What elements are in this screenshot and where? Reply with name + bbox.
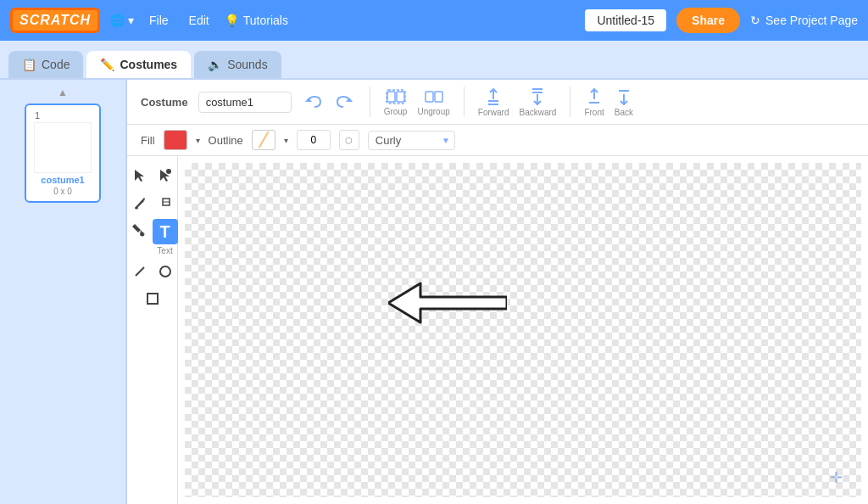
tools-canvas-row: T Text [127,156,868,504]
outline-size-stepper[interactable]: ⬡ [339,130,359,150]
eraser-icon [159,196,172,210]
scroll-up-icon[interactable]: ▲ [58,87,68,98]
share-button[interactable]: Share [676,8,740,33]
tab-code[interactable]: 📋 Code [8,51,83,78]
main-layout: ▲ 1 costume1 0 x 0 Costume [0,80,868,504]
scratch-logo[interactable]: SCRATCH [10,8,100,33]
tools-panel: T Text [127,156,178,504]
svg-point-20 [160,266,170,277]
svg-marker-13 [135,170,144,182]
group-label: Group [384,107,408,116]
top-nav: SCRATCH 🌐 ▾ File Edit 💡 Tutorials Untitl… [0,0,868,41]
back-button[interactable]: Back [615,87,633,117]
backward-icon [529,87,546,106]
rect-icon [146,292,159,305]
project-name[interactable]: Untitled-15 [585,9,666,31]
file-menu[interactable]: File [144,14,174,27]
text-tool[interactable]: T [153,219,178,244]
text-tool-container: T Text [153,219,178,255]
costume-name-input[interactable] [198,92,292,113]
undo-button[interactable] [302,90,327,114]
backward-label: Backward [519,108,556,117]
fill-row: Fill ▾ Outline ▾ ⬡ Curly Handwriting Pix… [127,125,868,156]
tab-sounds[interactable]: 🔈 Sounds [194,51,281,78]
outline-size-input[interactable] [297,130,331,150]
text-tool-label: Text [157,246,172,255]
undo-redo-group [302,90,356,114]
font-select-wrapper: Curly Handwriting Pixel Playful Serif Sa… [368,131,455,150]
costume-field-label: Costume [141,96,188,109]
forward-label: Forward [478,108,509,117]
tutorials-menu[interactable]: 💡 Tutorials [225,14,288,27]
tool-row-fill: T Text [127,219,178,255]
fill-tool[interactable] [127,219,149,241]
tool-row-rect [142,288,164,310]
fill-label: Fill [141,134,155,147]
canvas-checker-bg [185,163,861,497]
front-button[interactable]: Front [584,87,604,117]
brush-icon [133,196,147,210]
costume-size-label: 0 x 0 [53,187,72,196]
code-icon: 📋 [22,58,36,71]
ungroup-button[interactable]: Ungroup [417,88,449,116]
editor-panel: Costume [127,80,868,504]
front-icon [586,87,603,106]
globe-icon: 🌐 [110,14,125,27]
ungroup-icon [424,88,444,105]
tool-row-select [129,165,176,187]
toolbar-sep-3 [570,87,570,117]
front-label: Front [584,108,604,117]
costume-image [34,122,92,173]
circle-tool[interactable] [154,260,176,283]
costume-list-panel: ▲ 1 costume1 0 x 0 [0,80,127,504]
group-icon [386,88,406,105]
fill-arrow-icon[interactable]: ▾ [196,136,200,145]
rect-tool[interactable] [142,288,164,310]
tool-row-line [129,260,176,283]
nav-globe[interactable]: 🌐 ▾ [110,14,134,27]
costume-name-label: costume1 [41,175,84,185]
font-select[interactable]: Curly Handwriting Pixel Playful Serif Sa… [368,131,455,150]
costume-icon: ✏️ [100,58,114,71]
globe-arrow: ▾ [128,14,134,27]
circle-icon [159,265,172,278]
brush-tool[interactable] [129,192,151,214]
refresh-icon: ↻ [750,14,760,27]
eraser-tool[interactable] [154,192,176,214]
outline-label: Outline [209,134,243,147]
tab-bar: 📋 Code ✏️ Costumes 🔈 Sounds [0,41,868,80]
line-icon [133,265,147,278]
toolbar-sep-1 [370,87,370,117]
redo-button[interactable] [331,90,356,114]
fill-color-swatch[interactable] [164,130,187,150]
edit-menu[interactable]: Edit [184,14,214,27]
reshape-tool[interactable] [154,165,176,187]
svg-rect-21 [147,294,158,304]
svg-point-15 [166,169,171,174]
select-tool[interactable] [129,165,151,187]
svg-rect-2 [387,92,395,102]
canvas-area[interactable]: ✛ [178,156,868,504]
svg-rect-6 [435,92,442,102]
back-icon [615,87,632,106]
sound-icon: 🔈 [208,58,222,71]
tool-row-brush [129,192,176,214]
tab-costumes[interactable]: ✏️ Costumes [86,51,191,78]
redo-icon [334,94,353,109]
ungroup-label: Ungroup [417,107,449,116]
outline-color-swatch[interactable] [252,130,275,150]
undo-icon [305,94,324,109]
select-icon [133,169,147,182]
fill-icon [131,222,146,238]
editor-toolbar: Costume [127,80,868,125]
svg-line-19 [136,267,144,276]
svg-point-16 [135,207,138,210]
see-project-button[interactable]: ↻ See Project Page [750,14,858,27]
group-button[interactable]: Group [384,88,408,116]
backward-button[interactable]: Backward [519,87,556,117]
forward-icon [485,87,502,106]
outline-arrow-icon[interactable]: ▾ [284,136,288,145]
forward-button[interactable]: Forward [478,87,509,117]
line-tool[interactable] [129,260,151,283]
costume-thumbnail[interactable]: 1 costume1 0 x 0 [25,104,101,203]
